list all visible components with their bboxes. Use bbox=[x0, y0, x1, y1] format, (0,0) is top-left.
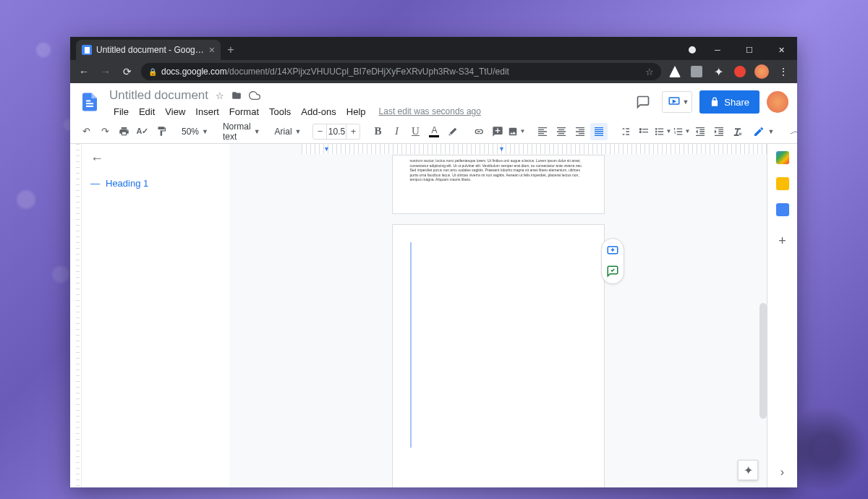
new-tab-button[interactable]: + bbox=[221, 40, 241, 60]
hide-menus-button[interactable]: ︿ bbox=[788, 121, 797, 141]
document-title[interactable]: Untitled document bbox=[109, 88, 208, 103]
menu-bar: File Edit View Insert Format Tools Add-o… bbox=[109, 103, 624, 119]
maximize-button[interactable]: ☐ bbox=[733, 40, 765, 60]
increase-indent-button[interactable] bbox=[710, 123, 728, 140]
outline-item[interactable]: — Heading 1 bbox=[90, 178, 221, 189]
line-spacing-button[interactable] bbox=[616, 123, 634, 140]
style-select[interactable]: Normal text▼ bbox=[220, 121, 263, 142]
docs-logo-icon[interactable] bbox=[79, 88, 102, 116]
spellcheck-button[interactable]: A✓ bbox=[134, 123, 151, 140]
bookmark-star-icon[interactable]: ☆ bbox=[645, 67, 654, 77]
font-size-increase[interactable]: + bbox=[346, 126, 359, 137]
cloud-status-icon[interactable] bbox=[249, 90, 260, 101]
bold-button[interactable]: B bbox=[369, 123, 386, 140]
back-button[interactable]: ← bbox=[76, 64, 92, 80]
url-box[interactable]: 🔒 docs.google.com/document/d/14XPijxzVHU… bbox=[141, 63, 661, 80]
menu-format[interactable]: Format bbox=[225, 105, 263, 119]
page-2[interactable] bbox=[393, 225, 604, 487]
decrease-indent-button[interactable] bbox=[692, 123, 709, 140]
right-indent-icon[interactable]: ▼ bbox=[498, 145, 505, 153]
add-comment-floating-button[interactable] bbox=[605, 243, 621, 259]
forward-button[interactable]: → bbox=[98, 64, 114, 80]
svg-point-1 bbox=[655, 127, 658, 129]
svg-point-3 bbox=[655, 133, 658, 135]
align-left-button[interactable] bbox=[534, 123, 551, 140]
keep-addon-icon[interactable] bbox=[776, 177, 789, 190]
extensions-menu-icon[interactable]: ✦ bbox=[710, 64, 726, 80]
numbered-list-button[interactable]: ▼ bbox=[673, 123, 690, 140]
window-controls: ─ ☐ ✕ bbox=[689, 40, 797, 60]
italic-button[interactable]: I bbox=[388, 123, 405, 140]
browser-tab[interactable]: Untitled document - Google Docs × bbox=[76, 40, 221, 60]
font-size-control: − 10.5 + bbox=[312, 124, 360, 140]
close-tab-icon[interactable]: × bbox=[209, 45, 215, 55]
menu-tools[interactable]: Tools bbox=[265, 105, 295, 119]
left-indent-icon[interactable]: ▼ bbox=[323, 145, 330, 153]
menu-edit[interactable]: Edit bbox=[135, 105, 159, 119]
menu-insert[interactable]: Insert bbox=[191, 105, 224, 119]
menu-file[interactable]: File bbox=[109, 105, 133, 119]
tab-title: Untitled document - Google Docs bbox=[96, 45, 205, 55]
menu-view[interactable]: View bbox=[161, 105, 190, 119]
menu-addons[interactable]: Add-ons bbox=[297, 105, 340, 119]
tasks-addon-icon[interactable] bbox=[776, 203, 789, 216]
editing-mode-button[interactable]: ▼ bbox=[748, 124, 779, 140]
tab-strip: Untitled document - Google Docs × + ─ ☐ … bbox=[70, 37, 797, 60]
add-comment-button[interactable] bbox=[489, 123, 506, 140]
minimize-button[interactable]: ─ bbox=[702, 40, 733, 60]
insert-image-button[interactable]: ▼ bbox=[508, 123, 525, 140]
profile-avatar[interactable] bbox=[754, 64, 770, 80]
extension-icon-3[interactable] bbox=[732, 64, 748, 80]
zoom-select[interactable]: 50%▼ bbox=[179, 127, 211, 137]
close-window-button[interactable]: ✕ bbox=[765, 40, 797, 60]
document-canvas[interactable]: ▼ ▼ nostrum auctor, luctus nunc pellente… bbox=[229, 144, 767, 487]
align-center-button[interactable] bbox=[553, 123, 570, 140]
text-cursor bbox=[410, 242, 412, 448]
last-edit-link[interactable]: Last edit was seconds ago bbox=[379, 106, 481, 116]
star-document-icon[interactable]: ☆ bbox=[216, 90, 224, 101]
clear-formatting-button[interactable] bbox=[729, 123, 746, 140]
font-select[interactable]: Arial▼ bbox=[272, 127, 305, 137]
page-1[interactable]: nostrum auctor, luctus nunc pellentesque… bbox=[393, 155, 604, 213]
explore-button[interactable]: ✦ bbox=[738, 460, 758, 480]
font-size-value[interactable]: 10.5 bbox=[326, 124, 346, 139]
paint-format-button[interactable] bbox=[153, 123, 170, 140]
calendar-addon-icon[interactable] bbox=[776, 151, 789, 164]
bulleted-list-button[interactable]: ▼ bbox=[654, 123, 671, 140]
comment-history-button[interactable] bbox=[631, 90, 655, 114]
extension-icon-1[interactable] bbox=[667, 64, 683, 80]
move-document-icon[interactable] bbox=[231, 90, 242, 101]
docs-app: Untitled document ☆ File Edit View Inser… bbox=[70, 83, 797, 487]
reload-button[interactable]: ⟳ bbox=[119, 64, 135, 80]
share-button[interactable]: Share bbox=[699, 90, 760, 114]
url-text: docs.google.com/document/d/14XPijxzVHUUC… bbox=[161, 67, 641, 77]
suggest-edits-floating-button[interactable] bbox=[605, 263, 621, 279]
highlight-color-button[interactable] bbox=[444, 123, 461, 140]
page-1-text: nostrum auctor, luctus nunc pellentesque… bbox=[410, 158, 587, 182]
horizontal-ruler[interactable]: ▼ ▼ bbox=[302, 144, 767, 154]
align-right-button[interactable] bbox=[571, 123, 589, 140]
print-button[interactable] bbox=[115, 123, 132, 140]
scrollbar-thumb[interactable] bbox=[760, 303, 767, 419]
svg-point-2 bbox=[655, 130, 658, 132]
present-button[interactable]: ▼ bbox=[662, 91, 692, 113]
underline-button[interactable]: U bbox=[407, 123, 424, 140]
redo-button[interactable]: ↷ bbox=[96, 123, 114, 140]
media-playing-icon[interactable] bbox=[689, 40, 696, 60]
outline-back-button[interactable]: ← bbox=[90, 151, 221, 166]
font-size-decrease[interactable]: − bbox=[313, 126, 326, 137]
align-justify-button[interactable] bbox=[590, 123, 608, 140]
menu-help[interactable]: Help bbox=[342, 105, 370, 119]
checklist-button[interactable] bbox=[635, 123, 652, 140]
extension-icon-2[interactable] bbox=[689, 64, 705, 80]
chrome-menu-button[interactable]: ⋮ bbox=[775, 64, 791, 80]
address-bar: ← → ⟳ 🔒 docs.google.com/document/d/14XPi… bbox=[70, 60, 797, 83]
hide-side-panel-button[interactable]: › bbox=[780, 466, 784, 479]
undo-button[interactable]: ↶ bbox=[77, 123, 95, 140]
account-avatar[interactable] bbox=[767, 91, 788, 113]
insert-link-button[interactable] bbox=[470, 123, 488, 140]
get-addons-button[interactable]: + bbox=[778, 234, 786, 249]
text-color-button[interactable]: A bbox=[425, 123, 443, 140]
toolbar: ↶ ↷ A✓ 50%▼ Normal text▼ Arial▼ − 10.5 +… bbox=[70, 119, 797, 144]
vertical-ruler bbox=[70, 144, 82, 487]
